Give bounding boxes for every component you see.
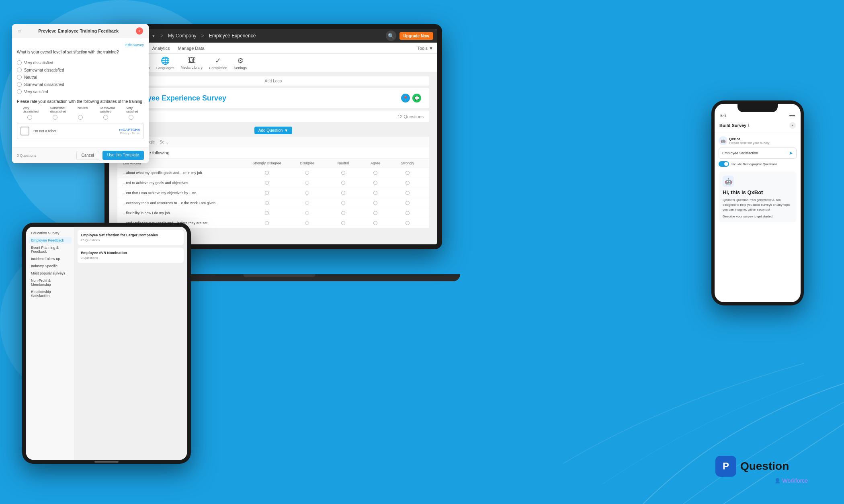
radio-sa-1[interactable] xyxy=(406,171,410,175)
sidebar-item-employee-feedback[interactable]: Employee Feedback xyxy=(29,237,72,244)
preview-use-template-button[interactable]: Use this Template xyxy=(102,151,144,160)
sidebar-item-event[interactable]: Event Planning & Feedback xyxy=(29,244,72,255)
radio-n-5[interactable] xyxy=(341,211,345,215)
tablet-card-2[interactable]: Employee AVR Nomination 3 Questions xyxy=(78,248,184,263)
scale-circle-4[interactable] xyxy=(103,115,108,120)
radio-sa-6[interactable] xyxy=(406,221,410,225)
toolbar-media-library[interactable]: 🖼 Media Library xyxy=(180,56,203,70)
radio-d-3[interactable] xyxy=(305,191,309,195)
recaptcha-logo: reCAPTCHA Privacy - Terms xyxy=(119,128,140,135)
tab-analytics[interactable]: Analytics xyxy=(148,43,174,53)
card-1-sub: 25 Questions xyxy=(81,238,180,242)
add-question-button[interactable]: Add Question ▼ xyxy=(254,127,293,134)
sidebar-item-education[interactable]: Education Survey xyxy=(29,230,72,236)
radio-a-3[interactable] xyxy=(373,191,377,195)
recaptcha-widget[interactable]: I'm not a robot reCAPTCHA Privacy - Term… xyxy=(17,123,144,139)
radio-n-4[interactable] xyxy=(341,201,345,205)
radio-neutral[interactable] xyxy=(17,75,22,80)
phone-status-bar: 9:41 ●●● xyxy=(715,112,801,119)
option-somewhat-dissatisfied[interactable]: Somewhat dissatisfied xyxy=(17,66,144,74)
preview-cancel-button[interactable]: Cancel xyxy=(76,151,99,160)
sidebar-item-incident[interactable]: Incident Follow up xyxy=(29,256,72,262)
add-logo-bar[interactable]: Add Logo xyxy=(117,76,429,86)
breadcrumb-company[interactable]: My Company xyxy=(168,33,197,39)
option-very-dissatisfied[interactable]: Very dissatisfied xyxy=(17,59,144,66)
radio-sd-3[interactable] xyxy=(265,191,269,195)
brand-dropdown-icon[interactable]: ▼ xyxy=(152,34,156,38)
add-question-label: Add Question xyxy=(258,128,283,133)
toolbar: ⊞ Workspace 🎨 Design 🌐 Languages 🖼 Media… xyxy=(109,54,437,72)
qxbot-close-button[interactable]: × xyxy=(789,122,796,129)
completion-label: Completion xyxy=(209,66,227,70)
scale-circle-5[interactable] xyxy=(129,115,133,120)
nav-tabs: Edit Send Analytics Manage Data Tools ▼ xyxy=(109,43,437,54)
qxbot-send-icon[interactable]: ➤ xyxy=(789,150,793,156)
preview-modal-footer: 3 Questions Cancel Use this Template xyxy=(12,147,149,163)
toolbar-settings[interactable]: ⚙ Settings xyxy=(234,56,247,70)
demographic-toggle[interactable] xyxy=(719,161,729,167)
toolbar-languages[interactable]: 🌐 Languages xyxy=(156,56,174,70)
tab-manage-data[interactable]: Manage Data xyxy=(174,43,209,53)
radio-d-4[interactable] xyxy=(305,201,309,205)
sidebar-item-relationship[interactable]: Relationship Satisfaction xyxy=(29,289,72,299)
radio-sa-2[interactable] xyxy=(406,181,410,185)
radio-a-2[interactable] xyxy=(373,181,377,185)
tablet-home-indicator xyxy=(94,461,119,463)
preview-menu-icon[interactable]: ≡ xyxy=(18,28,21,34)
tools-label: Tools xyxy=(417,46,428,51)
scale-circle-2[interactable] xyxy=(53,115,57,120)
radio-somewhat-dissatisfied[interactable] xyxy=(17,68,22,72)
radio-sd-2[interactable] xyxy=(265,181,269,185)
radio-n-1[interactable] xyxy=(341,171,345,175)
toolbar-completion[interactable]: ✓ Completion xyxy=(209,56,227,70)
radio-sd-4[interactable] xyxy=(265,201,269,205)
radio-very-satisfied[interactable] xyxy=(17,89,22,94)
row-text-2: ...ted to achieve my goals and objective… xyxy=(123,181,247,185)
radio-very-dissatisfied[interactable] xyxy=(17,60,22,65)
tools-menu[interactable]: Tools ▼ xyxy=(417,46,433,51)
radio-n-2[interactable] xyxy=(341,181,345,185)
radio-d-2[interactable] xyxy=(305,181,309,185)
radio-sa-3[interactable] xyxy=(406,191,410,195)
radio-n-6[interactable] xyxy=(341,221,345,225)
laptop-screen: P Workforce ▼ > My Company > Employee Ex… xyxy=(104,24,442,249)
preview-modal-header: ≡ Preview: Employee Training Feedback × xyxy=(12,24,149,38)
radio-d-6[interactable] xyxy=(305,221,309,225)
radio-sa-4[interactable] xyxy=(406,201,410,205)
radio-a-1[interactable] xyxy=(373,171,377,175)
question-label: ...spond to the following xyxy=(117,147,429,159)
sidebar-item-industry[interactable]: Industry Specific xyxy=(29,263,72,269)
radio-a-5[interactable] xyxy=(373,211,377,215)
radio-sd-1[interactable] xyxy=(265,171,269,175)
radio-d-1[interactable] xyxy=(305,171,309,175)
sidebar-item-nonprofit[interactable]: Non-Profit & Membership xyxy=(29,277,72,288)
radio-d-5[interactable] xyxy=(305,211,309,215)
phone-signal: ●●● xyxy=(789,114,795,117)
radio-n-3[interactable] xyxy=(341,191,345,195)
qxbot-name-section: QxBot Please describe your survey xyxy=(729,137,770,145)
scale-circle-3[interactable] xyxy=(78,115,83,120)
qxbot-input-field[interactable]: Employee Satisfaction ➤ xyxy=(719,148,797,159)
option-label-1: Very dissatisfied xyxy=(24,61,53,65)
radio-sd-6[interactable] xyxy=(265,221,269,225)
tablet-card-1[interactable]: Employee Satisfaction for Larger Compani… xyxy=(78,230,184,245)
edit-survey-link[interactable]: Edit Survey xyxy=(17,43,144,49)
upgrade-button[interactable]: Upgrade Now xyxy=(399,32,433,40)
radio-somewhat-satisfied[interactable] xyxy=(17,82,22,87)
info-icon[interactable]: ℹ xyxy=(748,123,749,127)
search-button[interactable]: 🔍 xyxy=(386,31,396,41)
settings-tab[interactable]: Se... xyxy=(160,140,168,144)
option-very-satisfied[interactable]: Very satisfied xyxy=(17,88,144,95)
row-text-3: ...ent that I can achieve my objectives … xyxy=(123,191,247,195)
tablet-sidebar: Education Survey Employee Feedback Event… xyxy=(26,227,74,460)
sidebar-item-popular[interactable]: Most popular surveys xyxy=(29,270,72,277)
option-somewhat-satisfied[interactable]: Somewhat dissatisfied xyxy=(17,81,144,88)
radio-a-6[interactable] xyxy=(373,221,377,225)
radio-a-4[interactable] xyxy=(373,201,377,205)
scale-circle-1[interactable] xyxy=(27,115,32,120)
radio-sd-5[interactable] xyxy=(265,211,269,215)
radio-sa-5[interactable] xyxy=(406,211,410,215)
option-neutral[interactable]: Neutral xyxy=(17,74,144,81)
recaptcha-checkbox[interactable] xyxy=(20,127,29,135)
preview-close-button[interactable]: × xyxy=(136,27,143,35)
